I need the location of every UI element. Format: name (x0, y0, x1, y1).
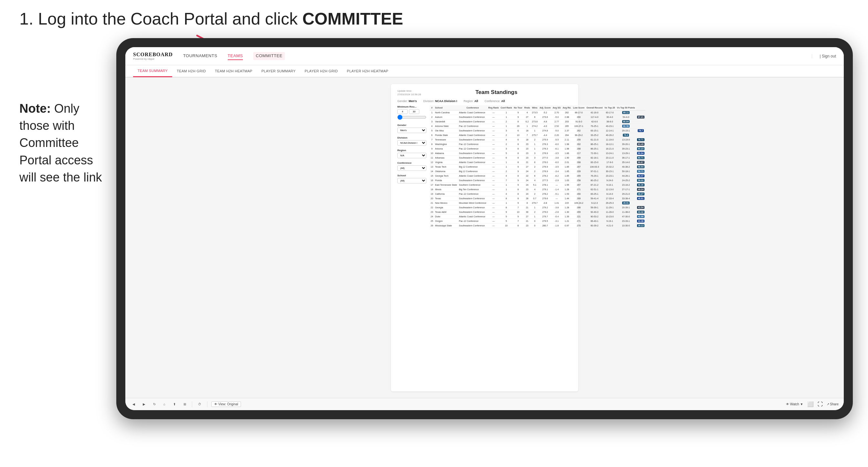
score-badge: 80.58 (622, 125, 630, 128)
table-cell: 1 (500, 115, 513, 120)
table-cell: 2 (500, 120, 513, 124)
table-cell: 35-14-0 (616, 160, 636, 165)
sidebar-region-select[interactable]: N/A (397, 153, 426, 158)
table-cell: -3.4 (552, 169, 562, 174)
table-cell: 275.9 (538, 137, 552, 142)
signout-label[interactable]: Sign out (822, 54, 836, 58)
sub-nav-player-summary[interactable]: PLAYER SUMMARY (257, 65, 300, 77)
toolbar-back[interactable]: ◀ (130, 402, 137, 407)
table-cell: 9-10-1 (603, 183, 616, 187)
table-cell: 59-41-4 (585, 196, 603, 201)
table-cell: 33-25-2 (585, 133, 603, 137)
table-cell: 11 (430, 156, 434, 160)
table-cell: 8-14-0 (603, 192, 616, 196)
toolbar-bookmark[interactable]: ⊞ (182, 402, 188, 407)
table-cell: 258 (572, 178, 585, 183)
table-cell: 2.77 (552, 120, 562, 124)
table-cell: 1.21 (562, 219, 572, 223)
table-cell: 83-25-1 (585, 192, 603, 196)
toolbar-clock[interactable]: ⏱ (196, 402, 203, 407)
table-cell: 2.70 (552, 111, 562, 115)
table-cell: 21 (430, 201, 434, 206)
table-cell: 60-39-2 (585, 223, 603, 228)
nav-item-committee[interactable]: COMMITTEE (253, 52, 285, 60)
table-cell: 13 (430, 165, 434, 169)
table-cell: 9 (513, 115, 523, 120)
sidebar-gender-select[interactable]: Men's (397, 128, 426, 133)
table-row: 15Georgia TechAtlantic Coast Conference—… (430, 174, 645, 178)
share-button[interactable]: ↗ Share (827, 402, 839, 406)
table-cell: 54-4-0 (616, 115, 636, 120)
table-cell: 27 (523, 165, 531, 169)
nav-item-tournaments[interactable]: TOURNAMENTS (183, 52, 217, 60)
score-badge: 45.91 (622, 201, 630, 205)
table-cell: 274.2 (531, 124, 539, 128)
nav-logo: SCOREBOARD Powered by clippd (133, 52, 173, 60)
min-rounds-max-input[interactable] (409, 109, 419, 114)
sub-nav-team-summary[interactable]: TEAM SUMMARY (133, 65, 172, 77)
sidebar-division-select[interactable]: NCAA Division I (397, 140, 426, 146)
watch-button[interactable]: 👁 Watch ▼ (786, 402, 803, 406)
sidebar-school-select[interactable]: (All) (397, 178, 426, 183)
col-conf-rank: Conf Rank (500, 105, 513, 111)
sidebar-region-section: Region N/A (397, 149, 426, 158)
nav-signout[interactable]: | Sign out (812, 54, 836, 58)
table-cell: 1.55 (562, 183, 572, 187)
cell-conference: Southern Conference (458, 183, 488, 187)
table-cell: 2 (430, 115, 434, 120)
step-number: 1. (20, 9, 33, 28)
cell-school: East Tennessee State (434, 183, 458, 187)
region-label: Region: (464, 99, 473, 103)
cell-school: Arkansas (434, 156, 458, 160)
score-badge: 58.94 (637, 165, 645, 168)
sub-nav-team-h2h-grid[interactable]: TEAM H2H GRID (172, 65, 210, 77)
view-original-button[interactable]: 👁 View: Original (211, 401, 241, 407)
table-cell: 276.9 (538, 169, 552, 174)
table-cell: 66-40-1 (585, 219, 603, 223)
table-row: 11ArkansasSoutheastern Conference—682332… (430, 156, 645, 160)
table-cell: 58.47 (636, 174, 646, 178)
nav-item-teams[interactable]: TEAMS (228, 52, 243, 60)
toolbar-forward[interactable]: ▶ (141, 402, 147, 407)
table-cell: 271 (572, 187, 585, 192)
toolbar-reload[interactable]: ↻ (151, 402, 158, 407)
table-cell: 30-15-1 (603, 169, 616, 174)
table-cell: — (487, 169, 499, 174)
sidebar-division-label: Division (397, 136, 426, 139)
toolbar-home[interactable]: ⌂ (161, 402, 167, 407)
table-cell: — (487, 142, 499, 147)
cell-conference: Atlantic Coast Conference (458, 133, 488, 137)
table-cell: 45.91 (616, 201, 636, 206)
table-cell: 6 (531, 160, 539, 165)
table-cell: 78.71 (636, 137, 646, 142)
table-cell: 4 (500, 192, 513, 196)
table-cell: 273.6 (538, 115, 552, 120)
col-wins: Wins (531, 105, 539, 111)
cell-school: Arizona (434, 147, 458, 151)
toolbar-share[interactable]: ⬆ (171, 402, 178, 407)
score-badge: 60.71 (637, 156, 645, 159)
sub-nav-team-h2h-heatmap[interactable]: TEAM H2H HEATMAP (210, 65, 257, 77)
table-cell: 23 (523, 156, 531, 160)
sub-nav-player-h2h-heatmap[interactable]: PLAYER H2H HEATMAP (342, 65, 393, 77)
table-cell: 79.3 (616, 133, 636, 137)
filter-conference: Conference: All (485, 99, 505, 103)
table-wrapper: # School Conference Reg Rank Conf Rank N… (430, 105, 645, 228)
table-cell: — (487, 187, 499, 192)
table-cell: 19 (430, 192, 434, 196)
sidebar-conference-select[interactable]: (All) (397, 165, 426, 171)
table-cell: -4.4 (538, 133, 552, 137)
table-cell: 18 (523, 137, 531, 142)
min-rounds-slider[interactable] (397, 115, 426, 120)
table-cell: 9 (513, 183, 523, 187)
sidebar-conference-section: Conference (All) (397, 161, 426, 171)
col-avg-sg: Avg SG (552, 105, 562, 111)
table-cell: 104-63-3 (585, 165, 603, 169)
cell-conference: Southeastern Conference (458, 223, 488, 228)
sub-nav-player-h2h-grid[interactable]: PLAYER H2H GRID (300, 65, 342, 77)
table-cell: 13-24-1 (603, 151, 616, 156)
min-rounds-min-input[interactable] (397, 109, 408, 114)
table-cell: — (487, 165, 499, 169)
table-cell: 269 (572, 210, 585, 214)
table-cell: 276.2 (538, 174, 552, 178)
